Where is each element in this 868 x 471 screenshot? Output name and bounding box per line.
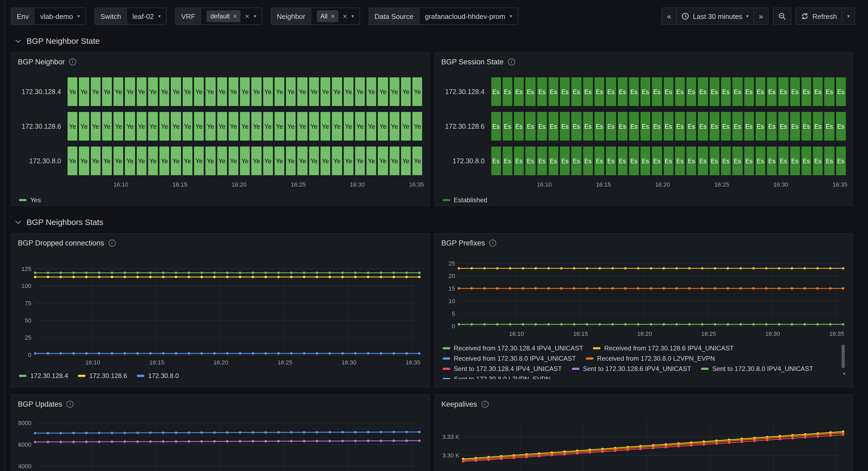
legend-item[interactable]: 172.30.128.6 (78, 372, 127, 380)
switch-control: Switch leaf-02 ▾ (94, 7, 166, 25)
chart-svg: 252015105016:1016:1516:2016:2516:3016:35 (438, 255, 846, 339)
zoom-out-button[interactable] (773, 7, 791, 25)
section-bgp-neighbors-stats[interactable]: BGP Neighbors Stats (16, 216, 855, 228)
legend-label: Sent to 172.30.8.0 L2VPN_EVPN (454, 375, 551, 379)
panel-title[interactable]: BGP Neighbor (18, 58, 65, 66)
legend-item[interactable]: Received from 172.30.128.6 IPV4_UNICAST (593, 345, 734, 352)
state-cell: Es (514, 112, 524, 141)
legend-item[interactable]: Sent to 172.30.8.0 IPV4_UNICAST (701, 365, 813, 373)
legend-item[interactable]: Sent to 172.30.128.6 IPV4_UNICAST (571, 365, 691, 373)
refresh-button[interactable]: Refresh (796, 7, 842, 25)
svg-text:20: 20 (448, 272, 455, 279)
state-cell: Ye (401, 77, 411, 106)
state-cell: Ye (298, 112, 308, 141)
legend-color-dash (137, 375, 144, 377)
vrf-value-dropdown[interactable]: default × × ▾ (200, 7, 262, 25)
svg-text:16:35: 16:35 (406, 359, 421, 366)
panel-bgp-prefixes: BGP Prefixes i 252015105016:1016:1516:20… (434, 233, 853, 387)
panel-title[interactable]: BGP Updates (18, 400, 62, 408)
svg-text:16:25: 16:25 (701, 330, 716, 337)
line-chart[interactable]: 8000600040002000016:1016:1516:2016:2516:… (14, 414, 423, 471)
panel-legend: Received from 172.30.128.4 IPV4_UNICASTR… (442, 345, 836, 379)
state-cell: Ye (206, 147, 216, 175)
state-cell: Ye (228, 112, 239, 141)
close-icon[interactable]: × (233, 13, 237, 20)
close-icon[interactable]: × (331, 13, 335, 20)
line-chart[interactable]: 252015105016:1016:1516:2016:2516:3016:35 (438, 255, 846, 339)
legend-item[interactable]: Established (442, 196, 487, 204)
left-edge-divider (4, 0, 5, 471)
state-cell: Ye (286, 147, 296, 175)
row-neighbors-stats: BGP Dropped connections i 12510075502501… (11, 233, 853, 387)
svg-text:16:30: 16:30 (342, 359, 356, 366)
legend-color-dash (593, 347, 600, 349)
legend-item[interactable]: 172.30.8.0 (137, 372, 179, 380)
info-icon[interactable]: i (108, 239, 115, 246)
scrollbar-down-icon[interactable]: ▾ (843, 372, 845, 376)
x-tick-label: 16:15 (173, 181, 187, 188)
state-cell: Es (503, 77, 513, 106)
vrf-control: VRF default × × ▾ (175, 7, 262, 25)
svg-text:50: 50 (25, 317, 31, 324)
time-shift-forward-button[interactable]: » (753, 7, 769, 25)
clear-icon[interactable]: × (245, 12, 249, 20)
info-icon[interactable]: i (508, 58, 515, 65)
state-cell: Ye (171, 77, 181, 106)
time-shift-back-button[interactable]: « (661, 7, 677, 25)
info-icon[interactable]: i (69, 58, 76, 65)
neighbor-value-dropdown[interactable]: All × × ▾ (311, 7, 360, 25)
panel-title[interactable]: BGP Session State (441, 58, 504, 66)
state-cell: Es (790, 147, 800, 175)
svg-text:25: 25 (25, 334, 31, 341)
state-cell: Ye (240, 112, 250, 141)
clear-icon[interactable]: × (343, 12, 347, 20)
state-cell: Ye (67, 112, 78, 141)
legend-item[interactable]: Received from 172.30.8.0 IPV4_UNICAST (442, 355, 576, 362)
state-cell: Es (652, 147, 662, 175)
svg-text:25: 25 (448, 260, 455, 267)
legend-color-dash (586, 357, 593, 360)
line-chart[interactable]: 3.33 K3.30 K16:1016:1516:2016:2516:3016:… (438, 414, 846, 471)
info-icon[interactable]: i (481, 401, 488, 408)
env-value-dropdown[interactable]: vlab-demo ▾ (34, 7, 86, 25)
legend-scrollbar-thumb[interactable] (841, 345, 845, 368)
legend-item[interactable]: 172.30.128.4 (19, 372, 68, 380)
state-cell: Ye (367, 147, 376, 175)
x-tick-label: 16:30 (350, 181, 365, 188)
legend-item[interactable]: Yes (19, 196, 41, 204)
state-cell: Es (594, 112, 604, 141)
legend-item[interactable]: Received from 172.30.128.4 IPV4_UNICAST (442, 345, 583, 352)
state-cell: Es (709, 77, 719, 106)
datasource-value-dropdown[interactable]: grafanacloud-hhdev-prom ▾ (419, 7, 518, 25)
refresh-interval-dropdown[interactable]: ▾ (842, 7, 855, 25)
line-chart[interactable]: 125100755025016:1016:1516:2016:2516:3016… (14, 260, 423, 368)
legend-item[interactable]: Sent to 172.30.8.0 L2VPN_EVPN (442, 375, 551, 379)
state-cell: Es (755, 147, 766, 175)
info-icon[interactable]: i (489, 239, 496, 246)
vrf-chip-label: default (210, 12, 230, 20)
state-timeline[interactable]: 172.30.128.4YeYeYeYeYeYeYeYeYeYeYeYeYeYe… (11, 70, 429, 190)
legend-color-dash (571, 368, 579, 370)
state-cell: Ye (401, 147, 411, 175)
state-cell: Es (549, 147, 559, 175)
state-cell: Es (514, 147, 524, 175)
state-cell: Es (503, 147, 513, 175)
state-cell: Es (675, 147, 685, 175)
legend-item[interactable]: Sent to 172.30.128.4 IPV4_UNICAST (442, 365, 562, 373)
panel-title[interactable]: Keepalives (441, 400, 477, 408)
vrf-chip[interactable]: default × (207, 10, 241, 22)
timeline-cells: EsEsEsEsEsEsEsEsEsEsEsEsEsEsEsEsEsEsEsEs… (491, 147, 846, 175)
panel-title[interactable]: BGP Prefixes (441, 239, 485, 247)
legend-item[interactable]: Received from 172.30.8.0 L2VPN_EVPN (586, 355, 715, 362)
state-cell: Ye (240, 147, 250, 175)
time-range-picker[interactable]: Last 30 minutes ▾ (676, 7, 754, 25)
state-cell: Es (721, 77, 731, 106)
info-icon[interactable]: i (67, 401, 74, 408)
neighbor-chip[interactable]: All × (317, 10, 339, 22)
section-bgp-neighbor-state[interactable]: BGP Neighbor State (16, 35, 855, 47)
panel-title[interactable]: BGP Dropped connections (18, 239, 104, 247)
state-cell: Ye (309, 112, 319, 141)
chart-svg: 3.33 K3.30 K16:1016:1516:2016:2516:3016:… (438, 414, 846, 471)
switch-value-dropdown[interactable]: leaf-02 ▾ (126, 7, 167, 25)
state-timeline[interactable]: 172.30.128.4EsEsEsEsEsEsEsEsEsEsEsEsEsEs… (435, 70, 852, 190)
